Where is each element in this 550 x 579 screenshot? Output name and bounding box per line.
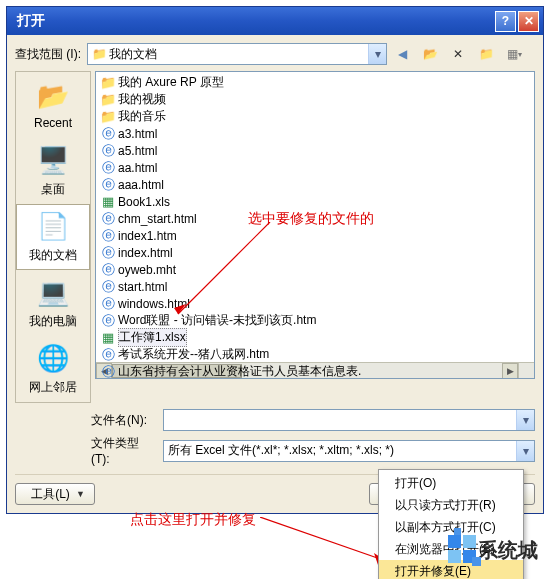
sidebar-item-documents[interactable]: 📄 我的文档 — [16, 204, 90, 270]
list-item[interactable]: ⓔindex1.htm — [98, 227, 532, 244]
html-icon: ⓔ — [100, 160, 116, 176]
list-item[interactable]: ⓔoyweb.mht — [98, 261, 532, 278]
html-icon: ⓔ — [100, 143, 116, 159]
excel-icon: ▦ — [100, 330, 116, 346]
desktop-icon: 🖥️ — [37, 145, 69, 177]
tools-button[interactable]: 工具(L)▼ — [15, 483, 95, 505]
recent-icon: 📂 — [37, 80, 69, 112]
menu-open-readonly[interactable]: 以只读方式打开(R) — [379, 494, 523, 516]
menu-open-copy[interactable]: 以副本方式打开(C) — [379, 516, 523, 538]
open-dialog: 打开 ? ✕ 查找范围 (I): 📁 我的文档 ▾ ◀ 📂 ✕ 📁 ▦▾ — [6, 6, 544, 514]
lookin-label: 查找范围 (I): — [15, 46, 81, 63]
html-icon: ⓔ — [100, 296, 116, 312]
filename-label: 文件名(N): — [91, 412, 157, 429]
html-icon: ⓔ — [100, 347, 116, 363]
new-folder-icon[interactable]: 📁 — [477, 45, 495, 63]
list-item-selected[interactable]: ▦工作簿1.xlsx — [98, 329, 532, 346]
list-item[interactable]: ⓔaa.html — [98, 159, 532, 176]
lookin-combo[interactable]: 📁 我的文档 ▾ — [87, 43, 387, 65]
sidebar-item-label: 桌面 — [41, 181, 65, 198]
chevron-down-icon[interactable]: ▾ — [368, 44, 386, 64]
html-icon: ⓔ — [100, 211, 116, 227]
list-item[interactable]: 📁我的 Axure RP 原型 — [98, 74, 532, 91]
html-icon: ⓔ — [100, 177, 116, 193]
chevron-down-icon[interactable]: ▾ — [516, 441, 534, 461]
close-button[interactable]: ✕ — [518, 11, 539, 32]
views-icon[interactable]: ▦▾ — [505, 45, 523, 63]
file-list[interactable]: 📁我的 Axure RP 原型 📁我的视频 📁我的音乐 ⓔa3.html ⓔa5… — [95, 71, 535, 379]
html-icon: ⓔ — [100, 313, 116, 329]
menu-open-browser[interactable]: 在浏览器中打开(B) — [379, 538, 523, 560]
sidebar-item-computer[interactable]: 💻 我的电脑 — [16, 270, 90, 336]
list-item[interactable]: ⓔa3.html — [98, 125, 532, 142]
sidebar-item-label: 网上邻居 — [29, 379, 77, 396]
filetype-label: 文件类型(T): — [91, 435, 157, 466]
sidebar-item-label: 我的电脑 — [29, 313, 77, 330]
computer-icon: 💻 — [37, 277, 69, 309]
menu-open-repair[interactable]: 打开并修复(E) — [379, 560, 523, 579]
svg-line-2 — [260, 517, 386, 561]
network-icon: 🌐 — [37, 343, 69, 375]
help-button[interactable]: ? — [495, 11, 516, 32]
delete-icon[interactable]: ✕ — [449, 45, 467, 63]
folder-icon: 📁 — [100, 109, 116, 125]
list-item[interactable]: ⓔWord联盟 - 访问错误-未找到该页.htm — [98, 312, 532, 329]
folder-icon: 📁 — [100, 75, 116, 91]
filetype-combo[interactable]: 所有 Excel 文件(*.xl*; *.xlsx; *.xltm; *.xls… — [163, 440, 535, 462]
list-item[interactable]: ⓔindex.html — [98, 244, 532, 261]
html-icon: ⓔ — [100, 228, 116, 244]
sidebar-item-desktop[interactable]: 🖥️ 桌面 — [16, 138, 90, 204]
documents-icon: 📄 — [37, 211, 69, 243]
sidebar-item-recent[interactable]: 📂 Recent — [16, 72, 90, 138]
up-icon[interactable]: 📂 — [421, 45, 439, 63]
list-item[interactable]: ⓔchm_start.html — [98, 210, 532, 227]
filename-input[interactable]: ▾ — [163, 409, 535, 431]
open-dropdown-menu: 打开(O) 以只读方式打开(R) 以副本方式打开(C) 在浏览器中打开(B) 打… — [378, 469, 524, 579]
list-item[interactable]: ⓔstart.html — [98, 278, 532, 295]
list-item[interactable]: 📁我的视频 — [98, 91, 532, 108]
list-item[interactable]: ⓔ考试系统开发--猪八戒网.htm — [98, 346, 532, 363]
chevron-down-icon[interactable]: ▾ — [516, 410, 534, 430]
list-item[interactable]: ⓔwindows.html — [98, 295, 532, 312]
places-sidebar: 📂 Recent 🖥️ 桌面 📄 我的文档 💻 我的电脑 🌐 网上 — [15, 71, 91, 403]
sidebar-item-label: Recent — [34, 116, 72, 130]
folder-icon: 📁 — [92, 47, 106, 61]
chevron-down-icon: ▼ — [76, 489, 85, 499]
list-item[interactable]: ▦Book1.xls — [98, 193, 532, 210]
list-item[interactable]: ⓔaaa.html — [98, 176, 532, 193]
excel-icon: ▦ — [100, 194, 116, 210]
list-item[interactable]: 📁我的音乐 — [98, 108, 532, 125]
titlebar: 打开 ? ✕ — [7, 7, 543, 35]
back-icon[interactable]: ◀ — [393, 45, 411, 63]
menu-open[interactable]: 打开(O) — [379, 472, 523, 494]
sidebar-item-network[interactable]: 🌐 网上邻居 — [16, 336, 90, 402]
html-icon: ⓔ — [100, 262, 116, 278]
dialog-title: 打开 — [17, 12, 45, 30]
lookin-value: 我的文档 — [109, 46, 157, 63]
list-item[interactable]: ⓔ山东省持有会计从业资格证书人员基本信息表. — [98, 363, 532, 379]
html-icon: ⓔ — [100, 245, 116, 261]
html-icon: ⓔ — [100, 364, 116, 380]
html-icon: ⓔ — [100, 126, 116, 142]
html-icon: ⓔ — [100, 279, 116, 295]
folder-icon: 📁 — [100, 92, 116, 108]
list-item[interactable]: ⓔa5.html — [98, 142, 532, 159]
sidebar-item-label: 我的文档 — [29, 247, 77, 264]
